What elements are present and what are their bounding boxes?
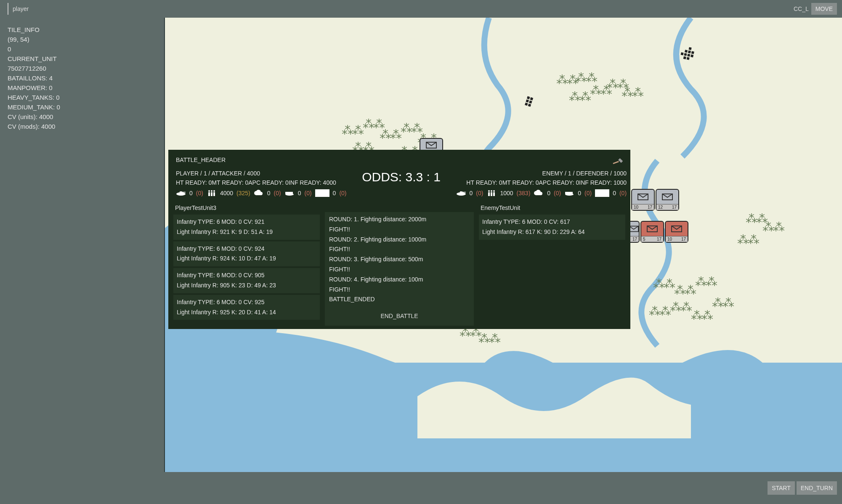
cloud-icon: [534, 190, 544, 196]
svg-rect-15: [213, 192, 215, 196]
infantry-icon: [486, 190, 497, 196]
counter-values: 1217: [656, 204, 678, 210]
unit-line: Light Infantry R: 925 K: 20 D: 41 A: 14: [177, 308, 316, 318]
tree-icon: ⁂⁂: [691, 312, 704, 326]
unit-line: Light Infantry R: 924 K: 10 D: 47 A: 19: [177, 254, 316, 264]
stat-value: 0: [613, 190, 616, 196]
tree-icon: ⁂⁂: [746, 215, 759, 229]
stat-value: 0: [578, 190, 581, 196]
player-stats: 0 (0) 4000 (325) 0 (0) 0 (0) 0 (0): [176, 189, 347, 197]
log-line: ROUND: 1. Fighting distance: 2000m: [329, 215, 470, 225]
log-line: BATTLE_ENDED: [329, 294, 470, 305]
stat-delta: (0): [476, 190, 483, 196]
cloud-icon: [254, 190, 264, 196]
sidebar: TILE_INFO (99, 54) 0 CURRENT_UNIT 750277…: [0, 18, 164, 472]
svg-rect-25: [491, 192, 492, 196]
unit-id: 75027712260: [8, 65, 157, 72]
log-line: ROUND: 4. Fighting distance: 100m: [329, 275, 470, 285]
unit-entry[interactable]: Infantry TYPE: 6 MOD: 0 CV: 617Light Inf…: [479, 215, 625, 240]
tree-icon: ⁂⁂: [342, 127, 355, 141]
unit-entry[interactable]: Infantry TYPE: 6 MOD: 0 CV: 905Light Inf…: [173, 268, 320, 293]
tree-icon: ⁂⁂: [622, 89, 635, 103]
svg-point-21: [488, 190, 490, 192]
stat-value: 0: [333, 190, 336, 196]
heavy-tanks: HEAVY_TANKS: 0: [8, 94, 157, 101]
stat-value: 0: [470, 190, 473, 196]
tree-icon: ⁂⁂: [401, 125, 414, 138]
tree-icon: ⁂⁂: [556, 77, 570, 90]
stat-delta: (0): [304, 190, 311, 196]
tree-icon: ⁂⁂: [460, 329, 473, 342]
tile-coords: (99, 54): [8, 36, 157, 43]
current-unit-label: CURRENT_UNIT: [8, 55, 157, 62]
stat-value: 1000: [500, 190, 513, 196]
tree-icon: ⁂⁂: [737, 236, 751, 250]
cv-units: CV (units): 4000: [8, 113, 157, 120]
tile-zero: 0: [8, 45, 157, 53]
unit-counter[interactable]: 1017: [631, 189, 655, 211]
log-line: FIGHT!!: [329, 265, 470, 275]
svg-rect-6: [618, 158, 623, 163]
counter-values: 1017: [666, 236, 688, 242]
move-button[interactable]: MOVE: [811, 3, 837, 15]
svg-rect-14: [211, 192, 212, 196]
battle-modal: BATTLE_HEADER PLAYER / 1 / ATTACKER / 40…: [168, 150, 630, 329]
svg-rect-8: [180, 191, 182, 193]
stat-value: 0: [267, 190, 271, 196]
unit-entry[interactable]: Infantry TYPE: 6 MOD: 0 CV: 925Light Inf…: [173, 295, 320, 320]
tile-info-label: TILE_INFO: [8, 26, 157, 33]
battle-header-row: BATTLE_HEADER: [168, 150, 630, 170]
tree-icon: ⁂⁂: [649, 308, 662, 321]
battle-body: PlayerTestUnit3 Infantry TYPE: 6 MOD: 0 …: [168, 197, 630, 329]
stat-value: 0: [189, 190, 193, 196]
unit-counter[interactable]: 1017: [665, 221, 688, 243]
player-side-title: PLAYER / 1 / ATTACKER / 4000: [176, 170, 347, 177]
unit-counter[interactable]: 1217: [656, 189, 679, 211]
unit-line: Light Infantry R: 921 K: 9 D: 51 A: 19: [177, 227, 316, 237]
tree-icon: ⁂⁂: [380, 131, 393, 145]
tree-icon: ⁂⁂: [695, 279, 709, 292]
infantry-icon: [207, 190, 217, 196]
topbar-divider: [8, 3, 8, 15]
cv-mods: CV (mods): 4000: [8, 123, 157, 130]
hammer-icon[interactable]: [611, 155, 624, 168]
stat-value: 4000: [220, 190, 233, 196]
tree-icon: ⁂⁂: [607, 81, 620, 94]
manpower: MANPOWER: 0: [8, 84, 157, 91]
log-line: ROUND: 2. Fighting distance: 1000m: [329, 235, 470, 245]
end-battle-button[interactable]: END_BATTLE: [325, 307, 474, 326]
tank-icon: [176, 190, 186, 196]
envelope-icon: [632, 190, 654, 204]
tree-icon: ⁂⁂: [670, 304, 683, 317]
player-units-panel: PlayerTestUnit3 Infantry TYPE: 6 MOD: 0 …: [172, 203, 321, 326]
unit-entry[interactable]: Infantry TYPE: 6 MOD: 0 CV: 921Light Inf…: [173, 215, 320, 240]
unit-line: Light Infantry R: 905 K: 23 D: 49 A: 23: [177, 281, 316, 291]
unit-counter[interactable]: 517: [640, 221, 664, 243]
envelope-icon: [666, 222, 688, 236]
stat-delta: (325): [236, 190, 250, 196]
player-ready: HT READY: 0MT READY: 0APC READY: 0INF RE…: [176, 179, 347, 186]
village-marker: [680, 46, 698, 64]
topbar-right: CC_L MOVE: [794, 3, 837, 15]
bataillons: BATAILLONS: 4: [8, 74, 157, 82]
start-button[interactable]: START: [768, 481, 795, 495]
apc-icon: [284, 190, 295, 196]
bottom-bar: START END_TURN: [0, 472, 842, 504]
stat-delta: (0): [584, 190, 592, 196]
stat-delta: (0): [619, 190, 627, 196]
enemy-side-title: ENEMY / 1 / DEFENDER / 1000: [456, 170, 627, 177]
apc-icon: [564, 190, 574, 196]
stat-delta: (0): [196, 190, 203, 196]
stat-delta: (0): [339, 190, 346, 196]
end-turn-button[interactable]: END_TURN: [797, 481, 837, 495]
unit-line: Infantry TYPE: 6 MOD: 0 CV: 905: [177, 271, 316, 281]
stat-value: 0: [547, 190, 550, 196]
unit-line: Infantry TYPE: 6 MOD: 0 CV: 921: [177, 217, 316, 227]
player-label: player: [13, 5, 29, 12]
unit-line: Light Infantry R: 617 K: 90 D: 229 A: 64: [482, 227, 622, 237]
log-line: FIGHT!!: [329, 244, 470, 255]
stat-delta: (0): [554, 190, 561, 196]
unit-line: Infantry TYPE: 6 MOD: 0 CV: 617: [482, 217, 622, 227]
unit-entry[interactable]: Infantry TYPE: 6 MOD: 0 CV: 924Light Inf…: [173, 241, 320, 267]
unit-line: Infantry TYPE: 6 MOD: 0 CV: 924: [177, 244, 316, 254]
